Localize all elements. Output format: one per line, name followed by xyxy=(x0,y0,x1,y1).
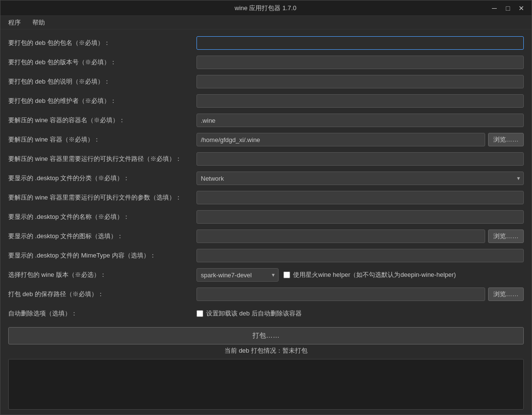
wine-version-row: spark-wine7-devel wine wine64 deepin-win… xyxy=(196,268,524,282)
label-container-name: 要解压的 wine 容器的容器名（※必填）： xyxy=(8,116,196,125)
input-package-name[interactable] xyxy=(196,36,524,50)
auto-delete-label: 设置卸载该 deb 后自动删除该容器 xyxy=(206,309,302,318)
label-auto-delete: 自动删除选项（选填）： xyxy=(8,309,196,318)
browse-icon-button[interactable]: 浏览…… xyxy=(488,229,524,243)
log-area xyxy=(8,359,524,410)
label-wine-version: 选择打包的 wine 版本（※必选）： xyxy=(8,271,196,279)
input-exe-path[interactable] xyxy=(196,152,524,166)
field-wine-version: 选择打包的 wine 版本（※必选）： spark-wine7-devel wi… xyxy=(8,266,524,284)
input-container-path[interactable] xyxy=(196,133,485,146)
label-save-path: 打包 deb 的保存路径（※必填）： xyxy=(8,290,196,299)
auto-delete-checkbox[interactable] xyxy=(196,310,203,317)
field-desktop-icon: 要显示的 .desktop 文件的图标（选填）： 浏览…… xyxy=(8,228,524,245)
field-package-name: 要打包的 deb 包的包名（※必填）： xyxy=(8,34,524,52)
field-container-name: 要解压的 wine 容器的容器名（※必填）： xyxy=(8,112,524,129)
field-description: 要打包的 deb 包的说明（※必填）： xyxy=(8,73,524,90)
window-controls: ─ □ ✕ xyxy=(488,3,528,14)
field-version: 要打包的 deb 包的版本号（※必填）： xyxy=(8,54,524,71)
window-title: wine 应用打包器 1.7.0 xyxy=(43,4,488,13)
wine-helper-checkbox-label[interactable]: 使用星火wine helper（如不勾选默认为deepin-wine-helpe… xyxy=(283,271,456,279)
label-desktop-category: 要显示的 .desktop 文件的分类（※必填）： xyxy=(8,174,196,183)
label-desktop-name: 要显示的 .desktop 文件的名称（※必填）： xyxy=(8,213,196,221)
select-small-wrapper: spark-wine7-devel wine wine64 deepin-win… xyxy=(196,268,279,282)
browse-container-button[interactable]: 浏览…… xyxy=(488,133,524,146)
field-container-path: 要解压的 wine 容器（※必填）： 浏览…… xyxy=(8,131,524,148)
input-container-name[interactable] xyxy=(196,114,524,127)
maximize-button[interactable]: □ xyxy=(502,3,514,14)
main-window: wine 应用打包器 1.7.0 ─ □ ✕ 程序 帮助 要打包的 deb 包的… xyxy=(0,0,532,415)
pack-button[interactable]: 打包…… xyxy=(8,327,524,344)
select-wine-version[interactable]: spark-wine7-devel wine wine64 deepin-win… xyxy=(196,268,279,282)
label-desktop-icon: 要显示的 .desktop 文件的图标（选填）： xyxy=(8,232,196,241)
minimize-button[interactable]: ─ xyxy=(488,3,501,14)
input-description[interactable] xyxy=(196,75,524,88)
label-exe-path: 要解压的 wine 容器里需要运行的可执行文件路径（※必填）： xyxy=(8,155,196,163)
input-maintainer[interactable] xyxy=(196,94,524,108)
menu-bar: 程序 帮助 xyxy=(0,16,532,29)
field-exe-path: 要解压的 wine 容器里需要运行的可执行文件路径（※必填）： xyxy=(8,150,524,168)
input-exe-params[interactable] xyxy=(196,191,524,204)
label-description: 要打包的 deb 包的说明（※必填）： xyxy=(8,77,196,86)
field-save-path: 打包 deb 的保存路径（※必填）： 浏览…… xyxy=(8,286,524,303)
field-desktop-category: 要显示的 .desktop 文件的分类（※必填）： Network AudioV… xyxy=(8,170,524,187)
field-desktop-name: 要显示的 .desktop 文件的名称（※必填）： xyxy=(8,208,524,226)
label-package-name: 要打包的 deb 包的包名（※必填）： xyxy=(8,39,196,47)
field-exe-params: 要解压的 wine 容器里需要运行的可执行文件的参数（选填）： xyxy=(8,189,524,206)
menu-help[interactable]: 帮助 xyxy=(28,17,50,28)
field-maintainer: 要打包的 deb 包的维护者（※必填）： xyxy=(8,92,524,110)
input-desktop-name[interactable] xyxy=(196,210,524,224)
wine-helper-checkbox[interactable] xyxy=(283,272,290,278)
title-bar: wine 应用打包器 1.7.0 ─ □ ✕ xyxy=(0,0,532,16)
select-wrapper-category: Network AudioVideo Audio Video Developme… xyxy=(196,172,524,185)
input-save-path[interactable] xyxy=(196,287,485,301)
label-mimetype: 要显示的 .desktop 文件的 MimeType 内容（选填）： xyxy=(8,251,196,260)
label-exe-params: 要解压的 wine 容器里需要运行的可执行文件的参数（选填）： xyxy=(8,193,196,202)
auto-delete-checkbox-label[interactable]: 设置卸载该 deb 后自动删除该容器 xyxy=(196,309,302,318)
menu-program[interactable]: 程序 xyxy=(3,17,26,28)
pack-status: 当前 deb 打包情况：暂未打包 xyxy=(8,346,524,355)
field-auto-delete: 自动删除选项（选填）： 设置卸载该 deb 后自动删除该容器 xyxy=(8,305,524,322)
wine-helper-label: 使用星火wine helper（如不勾选默认为deepin-wine-helpe… xyxy=(293,271,456,279)
label-version: 要打包的 deb 包的版本号（※必填）： xyxy=(8,58,196,67)
input-desktop-icon[interactable] xyxy=(196,229,485,243)
field-mimetype: 要显示的 .desktop 文件的 MimeType 内容（选填）： xyxy=(8,247,524,264)
label-container-path: 要解压的 wine 容器（※必填）： xyxy=(8,135,196,144)
close-button[interactable]: ✕ xyxy=(515,3,528,14)
input-mimetype[interactable] xyxy=(196,249,524,262)
browse-save-path-button[interactable]: 浏览…… xyxy=(488,287,524,301)
form-content: 要打包的 deb 包的包名（※必填）： 要打包的 deb 包的版本号（※必填）：… xyxy=(0,29,532,415)
input-version[interactable] xyxy=(196,56,524,69)
select-category[interactable]: Network AudioVideo Audio Video Developme… xyxy=(196,172,524,185)
label-maintainer: 要打包的 deb 包的维护者（※必填）： xyxy=(8,97,196,105)
